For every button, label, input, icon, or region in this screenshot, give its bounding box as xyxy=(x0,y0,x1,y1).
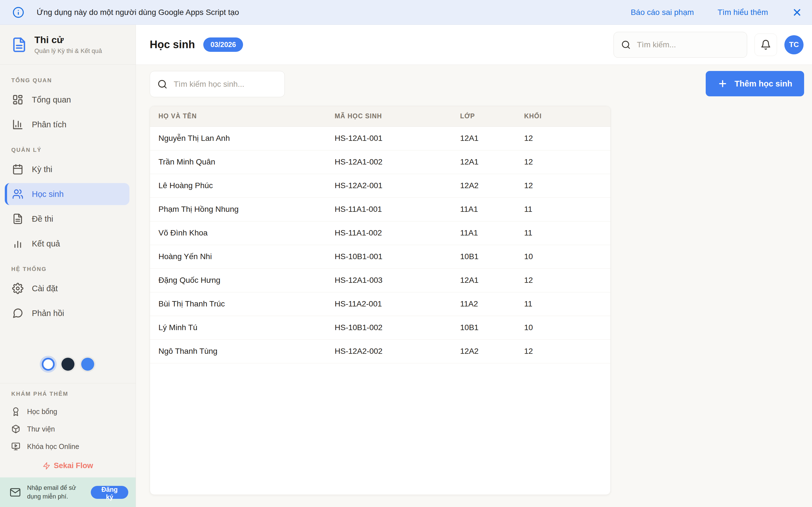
period-badge: 03/2026 xyxy=(203,38,243,52)
cell-class: 12A1 xyxy=(452,126,516,150)
cell-class: 10B1 xyxy=(452,245,516,269)
explore-section-label: KHÁM PHÁ THÊM xyxy=(11,391,127,397)
avatar[interactable]: TC xyxy=(784,35,804,54)
cell-class: 11A1 xyxy=(452,221,516,245)
cell-student-id: HS-12A2-002 xyxy=(326,339,452,363)
cell-grade: 10 xyxy=(516,245,611,269)
global-search[interactable] xyxy=(613,32,747,58)
plus-icon xyxy=(718,78,728,89)
add-student-button[interactable]: Thêm học sinh xyxy=(706,71,804,96)
cell-student-id: HS-12A2-001 xyxy=(326,174,452,198)
learn-more-link[interactable]: Tìm hiểu thêm xyxy=(718,8,768,17)
table-row[interactable]: Võ Đình KhoaHS-11A1-00211A111 xyxy=(150,221,611,245)
sidebar-item-de-thi[interactable]: Đề thi xyxy=(5,208,130,230)
app-subtitle: Quản lý Kỳ thi & Kết quả xyxy=(35,47,102,55)
sidebar-item-ky-thi[interactable]: Kỳ thi xyxy=(5,158,130,180)
sidebar-item-cai-dat[interactable]: Cài đặt xyxy=(5,277,130,299)
sidebar-nav: TỔNG QUAN Tổng quan Phân tích QUẢN LÝ Kỳ… xyxy=(0,65,136,358)
global-search-input[interactable] xyxy=(637,40,740,50)
table-row[interactable]: Ngô Thanh TùngHS-12A2-00212A212 xyxy=(150,339,611,363)
cell-class: 12A1 xyxy=(452,269,516,292)
sidebar-item-tong-quan[interactable]: Tổng quan xyxy=(5,89,130,111)
sidebar-item-label: Học sinh xyxy=(32,189,64,199)
sidebar-item-thu-vien[interactable]: Thư viện xyxy=(11,420,127,438)
dashboard-grid-icon xyxy=(12,94,23,105)
table-row[interactable]: Đặng Quốc HưngHS-12A1-00312A112 xyxy=(150,269,611,292)
sidebar-item-label: Đề thi xyxy=(32,214,53,224)
search-icon xyxy=(621,40,631,50)
cell-grade: 12 xyxy=(516,150,611,174)
cell-name: Lê Hoàng Phúc xyxy=(150,174,326,198)
student-search-input[interactable] xyxy=(173,79,277,89)
table-row[interactable]: Phạm Thị Hồng NhungHS-11A1-00111A111 xyxy=(150,198,611,221)
sidebar-item-hoc-sinh[interactable]: Học sinh xyxy=(5,183,130,205)
award-icon xyxy=(11,407,20,416)
sidebar-item-label: Cài đặt xyxy=(32,284,58,293)
table-row[interactable]: Hoàng Yến NhiHS-10B1-00110B110 xyxy=(150,245,611,269)
cell-class: 12A2 xyxy=(452,339,516,363)
email-signup-text: Nhập email để sử dụng miễn phí. xyxy=(27,484,85,501)
report-abuse-link[interactable]: Báo cáo sai phạm xyxy=(631,8,694,17)
add-student-label: Thêm học sinh xyxy=(734,79,792,89)
chat-bubble-icon xyxy=(12,307,23,319)
sidebar-item-label: Thư viện xyxy=(27,425,55,433)
sidebar-item-label: Học bổng xyxy=(27,407,57,416)
cell-name: Ngô Thanh Tùng xyxy=(150,339,326,363)
sidebar-item-label: Kỳ thi xyxy=(32,165,52,174)
student-table-body: Nguyễn Thị Lan AnhHS-12A1-00112A112Trần … xyxy=(150,126,611,363)
sidebar-item-label: Kết quả xyxy=(32,239,60,248)
notifications-button[interactable] xyxy=(755,34,777,56)
table-row[interactable]: Bùi Thị Thanh TrúcHS-11A2-00111A211 xyxy=(150,292,611,316)
app-title: Thi cử xyxy=(35,35,102,45)
student-search[interactable] xyxy=(150,71,285,97)
info-icon xyxy=(12,6,24,18)
table-row[interactable]: Trần Minh QuânHS-12A1-00212A112 xyxy=(150,150,611,174)
cell-grade: 12 xyxy=(516,269,611,292)
cell-student-id: HS-11A1-002 xyxy=(326,221,452,245)
sidebar-item-phan-tich[interactable]: Phân tích xyxy=(5,114,130,135)
theme-swatch-light-selected[interactable] xyxy=(42,358,55,371)
cell-grade: 11 xyxy=(516,198,611,221)
gas-warning-banner: Ứng dụng này do một người dùng Google Ap… xyxy=(0,0,812,25)
sidebar-item-khoa-hoc-online[interactable]: Khóa học Online xyxy=(11,438,127,455)
cell-class: 11A1 xyxy=(452,198,516,221)
banner-message: Ứng dụng này do một người dùng Google Ap… xyxy=(37,8,239,17)
sekai-flow-promo[interactable]: Sekai Flow xyxy=(0,455,136,477)
search-icon xyxy=(157,79,167,89)
cell-name: Phạm Thị Hồng Nhung xyxy=(150,198,326,221)
cell-student-id: HS-12A1-001 xyxy=(326,126,452,150)
sekai-flow-label: Sekai Flow xyxy=(54,461,93,470)
cell-name: Nguyễn Thị Lan Anh xyxy=(150,126,326,150)
calendar-icon xyxy=(12,164,23,175)
table-row[interactable]: Lê Hoàng PhúcHS-12A2-00112A212 xyxy=(150,174,611,198)
sidebar-item-label: Tổng quan xyxy=(32,95,71,105)
theme-swatch-blue[interactable] xyxy=(81,358,94,371)
column-header-grade: KHỐI xyxy=(516,106,611,126)
cell-name: Đặng Quốc Hưng xyxy=(150,269,326,292)
column-header-name: HỌ VÀ TÊN xyxy=(150,106,326,126)
monitor-play-icon xyxy=(11,442,20,451)
zap-icon xyxy=(43,462,50,470)
signup-button[interactable]: Đăng ký xyxy=(91,486,128,499)
app-brand: Thi cử Quản lý Kỳ thi & Kết quả xyxy=(0,25,136,65)
bar-chart-icon xyxy=(12,119,23,130)
close-icon[interactable] xyxy=(792,7,802,18)
cell-grade: 11 xyxy=(516,221,611,245)
cell-grade: 10 xyxy=(516,316,611,339)
students-page-content: Thêm học sinh HỌ VÀ TÊN MÃ HỌC SINH LỚP … xyxy=(136,65,812,507)
users-icon xyxy=(12,188,23,200)
theme-swatch-dark[interactable] xyxy=(61,358,74,371)
table-row[interactable]: Lý Minh TúHS-10B1-00210B110 xyxy=(150,316,611,339)
sidebar-item-phan-hoi[interactable]: Phản hồi xyxy=(5,302,130,324)
cell-name: Võ Đình Khoa xyxy=(150,221,326,245)
file-text-icon xyxy=(12,213,23,224)
bell-icon xyxy=(760,40,771,50)
cell-name: Bùi Thị Thanh Trúc xyxy=(150,292,326,316)
sidebar-item-hoc-bong[interactable]: Học bổng xyxy=(11,403,127,420)
table-row[interactable]: Nguyễn Thị Lan AnhHS-12A1-00112A112 xyxy=(150,126,611,150)
sidebar-item-ket-qua[interactable]: Kết quả xyxy=(5,233,130,255)
cell-grade: 12 xyxy=(516,174,611,198)
cell-student-id: HS-11A2-001 xyxy=(326,292,452,316)
nav-section-manage: QUẢN LÝ xyxy=(11,147,124,153)
email-signup-bar: Nhập email để sử dụng miễn phí. Đăng ký xyxy=(0,477,136,507)
